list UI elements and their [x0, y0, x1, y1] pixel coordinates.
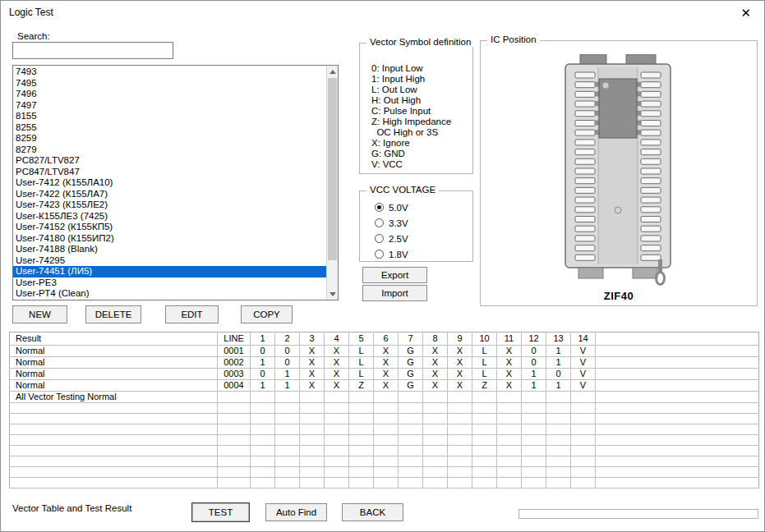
vcc-option-1-8V[interactable]: 1.8V [360, 246, 472, 262]
column-header: 12 [522, 332, 546, 346]
vcc-option-label: 1.8V [389, 250, 408, 259]
result-table: ResultLINE1234567891011121314Normal00010… [9, 332, 759, 488]
table-row: Normal000301XXLXGXXLX10V [10, 369, 759, 380]
list-item[interactable]: 8155 [13, 111, 326, 122]
list-item[interactable]: User-74188 (Blank) [13, 244, 326, 255]
copy-button[interactable]: COPY [241, 305, 293, 323]
vector-symbol-line: H: Out High [371, 95, 472, 106]
vector-symbol-line: G: GND [371, 149, 472, 159]
device-list: 74937495749674978155825582598279PC827/LT… [13, 66, 326, 300]
vector-symbol-line: X: Ignore [371, 138, 472, 149]
list-item[interactable]: User-К155ЛЕ3 (7425) [13, 211, 326, 222]
list-item[interactable]: User-7412 (К155ЛА10) [13, 177, 326, 189]
table-row-empty [10, 403, 759, 414]
list-item[interactable]: User-РТ4 (Clean) [13, 288, 326, 300]
radio-icon [375, 234, 384, 243]
socket-label: ZIF40 [604, 290, 634, 302]
column-header: 5 [349, 332, 374, 346]
column-header: Result [10, 332, 218, 346]
vector-symbol-line: OC High or 3S [371, 127, 472, 138]
close-icon[interactable]: ✕ [735, 5, 756, 21]
radio-icon [375, 250, 384, 259]
vcc-option-3-3V[interactable]: 3.3V [360, 215, 472, 231]
vector-symbol-line: V: VCC [371, 159, 472, 170]
scroll-up-button[interactable] [327, 66, 338, 77]
window-title: Logic Test [9, 7, 53, 18]
table-row: Normal000411XXZXGXXZX11V [10, 380, 759, 392]
list-item[interactable]: PC847/LTV847 [13, 167, 326, 178]
column-header: 14 [571, 332, 596, 346]
test-button[interactable]: TEST [191, 502, 250, 522]
column-header: 3 [300, 332, 325, 346]
list-item[interactable]: 7496 [13, 89, 326, 100]
table-row: All Vector Testing Normal [10, 392, 759, 403]
delete-button[interactable]: DELETE [85, 305, 141, 323]
column-header: 2 [275, 332, 300, 346]
scroll-thumb[interactable] [328, 78, 337, 260]
column-header: 1 [251, 332, 275, 346]
column-header-filler [596, 332, 759, 346]
vcc-option-2-5V[interactable]: 2.5V [360, 231, 472, 246]
new-button[interactable]: NEW [12, 305, 67, 323]
vector-symbol-line: 1: Input High [371, 74, 472, 85]
table-header-row: ResultLINE1234567891011121314 [10, 332, 759, 346]
list-item[interactable]: 8255 [13, 122, 326, 134]
back-button[interactable]: BACK [342, 503, 403, 521]
vcc-option-5-0V[interactable]: 5.0V [360, 200, 472, 215]
device-list-box: 74937495749674978155825582598279PC827/LT… [12, 65, 339, 300]
vcc-voltage-group: VCC VOLTAGE 5.0V3.3V2.5V1.8V [359, 190, 473, 262]
list-item[interactable]: User-74152 (К155КП5) [13, 222, 326, 233]
table-row-empty [10, 478, 759, 488]
vcc-option-label: 2.5V [389, 234, 408, 244]
table-row-empty [10, 467, 759, 478]
column-header: 10 [472, 332, 497, 346]
vector-symbol-line: L: Out Low [371, 85, 472, 95]
list-item[interactable]: User-74295 [13, 255, 326, 267]
search-input[interactable] [12, 42, 173, 59]
list-item[interactable]: 7497 [13, 100, 326, 112]
list-item[interactable]: PC827/LTV827 [13, 155, 326, 167]
vcc-option-label: 5.0V [389, 203, 408, 213]
list-item[interactable]: 8259 [13, 133, 326, 144]
radio-icon [375, 203, 384, 212]
list-item[interactable]: User-7423 (К155ЛЕ2) [13, 200, 326, 211]
table-row-empty [10, 446, 759, 456]
list-item[interactable]: User-РЕ3 [13, 277, 326, 289]
table-row-empty [10, 424, 759, 435]
list-item[interactable]: 7495 [13, 78, 326, 89]
table-row: Normal000210XXLXGXXLX01V [10, 357, 759, 369]
column-header: 6 [374, 332, 399, 346]
vector-symbol-line: Z: High Impedance [371, 117, 472, 127]
table-row-empty [10, 435, 759, 446]
edit-button[interactable]: EDIT [165, 305, 219, 323]
vector-symbol-list: 0: Input Low1: Input HighL: Out LowH: Ou… [360, 44, 472, 170]
list-item[interactable]: User-7422 (К155ЛА7) [13, 189, 326, 200]
triangle-down-icon [330, 292, 336, 296]
ic-position-group-title: IC Position [487, 34, 540, 44]
vcc-voltage-group-title: VCC VOLTAGE [366, 185, 439, 195]
export-button[interactable]: Export [362, 267, 427, 283]
column-header: 13 [546, 332, 571, 346]
list-item[interactable]: User-74180 (К155ИП2) [13, 233, 326, 245]
list-item[interactable]: 7493 [13, 66, 326, 78]
list-item[interactable]: User-74451 (ЛИ5) [13, 266, 326, 277]
vector-symbol-line: C: Pulse Input [371, 106, 472, 117]
auto-find-button[interactable]: Auto Find [265, 503, 327, 521]
socket-top-tab-left [580, 54, 606, 65]
column-header: 4 [325, 332, 349, 346]
column-header: 11 [497, 332, 522, 346]
scrollbar[interactable] [326, 66, 338, 300]
result-table-wrap: ResultLINE1234567891011121314Normal00010… [9, 332, 759, 488]
table-row-empty [10, 456, 759, 467]
radio-icon [375, 218, 384, 227]
triangle-up-icon [330, 70, 336, 74]
import-button[interactable]: Import [362, 285, 427, 301]
vector-symbol-group: Vector Symbol definition 0: Input Low1: … [359, 43, 473, 174]
vcc-options: 5.0V3.3V2.5V1.8V [360, 191, 472, 262]
search-label: Search: [17, 31, 50, 41]
ic-position-group: IC Position ZIF40 [480, 40, 758, 306]
column-header: 9 [448, 332, 472, 346]
list-item[interactable]: 8279 [13, 144, 326, 156]
scroll-down-button[interactable] [327, 288, 338, 300]
progress-bar [518, 509, 758, 519]
